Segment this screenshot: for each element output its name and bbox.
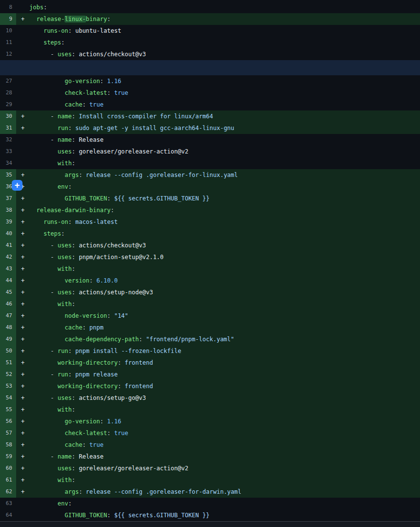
- code-line: args: release --config .goreleaser-for-l…: [29, 169, 420, 181]
- code-line: working-directory: frontend: [29, 357, 420, 369]
- line-number[interactable]: 49: [0, 333, 16, 345]
- code-line: args: release --config .goreleaser-for-d…: [29, 486, 420, 498]
- diff-marker: +: [16, 474, 29, 486]
- diff-line-46: 46+ with:: [0, 298, 420, 310]
- code-line: uses: goreleaser/goreleaser-action@v2: [29, 146, 420, 157]
- diff-marker: [16, 48, 29, 60]
- code-token: uses: [58, 289, 72, 296]
- diff-marker: [16, 146, 29, 157]
- line-number[interactable]: 46: [0, 298, 16, 310]
- code-token: :: [72, 301, 75, 307]
- line-number[interactable]: 48: [0, 322, 16, 333]
- hunk-expander[interactable]: [0, 60, 420, 75]
- code-token: :: [118, 359, 121, 366]
- code-line: cache: pnpm: [29, 322, 420, 333]
- diff-marker: +: [16, 298, 29, 310]
- code-line: - run: pnpm install --frozen-lockfile: [29, 345, 420, 357]
- code-token: :: [61, 39, 65, 46]
- code-token: 1.16: [104, 78, 121, 85]
- line-number[interactable]: 45: [0, 286, 16, 298]
- line-number[interactable]: 64: [0, 509, 16, 521]
- code-token: frontend: [121, 383, 153, 390]
- code-token: :: [72, 406, 75, 413]
- diff-line-51: 51+ working-directory: frontend: [0, 357, 420, 369]
- code-token: :: [61, 230, 65, 237]
- diff-marker: +: [16, 13, 29, 25]
- line-number[interactable]: 9: [0, 13, 16, 25]
- code-line: go-version: 1.16: [29, 416, 420, 427]
- code-token: goreleaser/goreleaser-action@v2: [75, 148, 188, 155]
- line-number[interactable]: 55: [0, 404, 16, 416]
- line-number[interactable]: 51: [0, 357, 16, 369]
- line-number[interactable]: 43: [0, 263, 16, 275]
- code-line: - name: Release: [29, 451, 420, 462]
- line-number[interactable]: 59: [0, 451, 16, 462]
- line-number[interactable]: 12: [0, 48, 16, 60]
- line-number[interactable]: 31: [0, 122, 16, 134]
- code-token: :: [111, 207, 114, 214]
- code-token: uses: [58, 395, 72, 401]
- line-number[interactable]: 11: [0, 37, 16, 48]
- code-line: node-version: "14": [29, 310, 420, 322]
- line-number[interactable]: 10: [0, 25, 16, 37]
- code-line: steps:: [29, 228, 420, 240]
- line-number[interactable]: 37: [0, 193, 16, 204]
- line-number[interactable]: 40: [0, 228, 16, 240]
- code-token: -: [50, 136, 57, 143]
- line-number[interactable]: 62: [0, 486, 16, 498]
- code-token: :: [72, 113, 75, 120]
- code-token: :: [72, 160, 75, 167]
- diff-marker: +: [16, 404, 29, 416]
- line-number[interactable]: 30: [0, 110, 16, 122]
- code-token: -: [50, 289, 57, 296]
- diff-line-47: 47+ node-version: "14": [0, 310, 420, 322]
- line-number[interactable]: 53: [0, 380, 16, 392]
- line-number[interactable]: 47: [0, 310, 16, 322]
- line-number[interactable]: 27: [0, 75, 16, 87]
- line-number[interactable]: 32: [0, 134, 16, 146]
- diff-line-8: 8jobs:: [0, 1, 420, 13]
- code-token: true: [111, 89, 128, 96]
- line-number[interactable]: 63: [0, 498, 16, 509]
- line-number[interactable]: 28: [0, 87, 16, 99]
- add-comment-button[interactable]: +: [12, 180, 22, 191]
- diff-line-30: 30+ - name: Install cross-compiler for l…: [0, 110, 420, 122]
- line-number[interactable]: 29: [0, 99, 16, 110]
- line-number[interactable]: 44: [0, 275, 16, 286]
- line-number[interactable]: 58: [0, 439, 16, 451]
- line-number[interactable]: 8: [0, 1, 16, 13]
- code-token: actions/setup-node@v3: [75, 289, 153, 296]
- diff-marker: +: [16, 416, 29, 427]
- line-number[interactable]: 57: [0, 427, 16, 439]
- code-token: with: [58, 301, 72, 307]
- line-number[interactable]: 60: [0, 462, 16, 474]
- line-number[interactable]: 50: [0, 345, 16, 357]
- code-line: version: 6.10.0: [29, 275, 420, 286]
- code-line: uses: goreleaser/goreleaser-action@v2: [29, 462, 420, 474]
- line-number[interactable]: 56: [0, 416, 16, 427]
- line-number[interactable]: 42: [0, 251, 16, 263]
- line-number[interactable]: 61: [0, 474, 16, 486]
- code-token: :: [44, 4, 47, 11]
- line-number[interactable]: 34: [0, 157, 16, 169]
- code-token: :: [68, 27, 71, 34]
- diff-line-27: 27 go-version: 1.16: [0, 75, 420, 87]
- code-token: :: [68, 219, 71, 225]
- code-token: goreleaser/goreleaser-action@v2: [75, 465, 188, 472]
- line-number[interactable]: 39: [0, 216, 16, 228]
- line-number[interactable]: 33: [0, 146, 16, 157]
- line-number[interactable]: 38: [0, 204, 16, 216]
- line-number[interactable]: 41: [0, 240, 16, 251]
- code-token: 1.16: [104, 418, 121, 425]
- code-token: name: [58, 453, 72, 460]
- line-number[interactable]: 52: [0, 369, 16, 380]
- line-number[interactable]: 54: [0, 392, 16, 404]
- code-token: :: [72, 453, 75, 460]
- code-line: GITHUB_TOKEN: ${{ secrets.GITHUB_TOKEN }…: [29, 509, 420, 521]
- code-line: run: sudo apt-get -y install gcc-aarch64…: [29, 122, 420, 134]
- line-number[interactable]: 35: [0, 169, 16, 181]
- diff-code-view: 8jobs:9+ release-linux-binary:10 runs-on…: [0, 0, 420, 521]
- code-line: check-latest: true: [29, 427, 420, 439]
- code-line: - uses: actions/setup-node@v3: [29, 286, 420, 298]
- diff-line-57: 57+ check-latest: true: [0, 427, 420, 439]
